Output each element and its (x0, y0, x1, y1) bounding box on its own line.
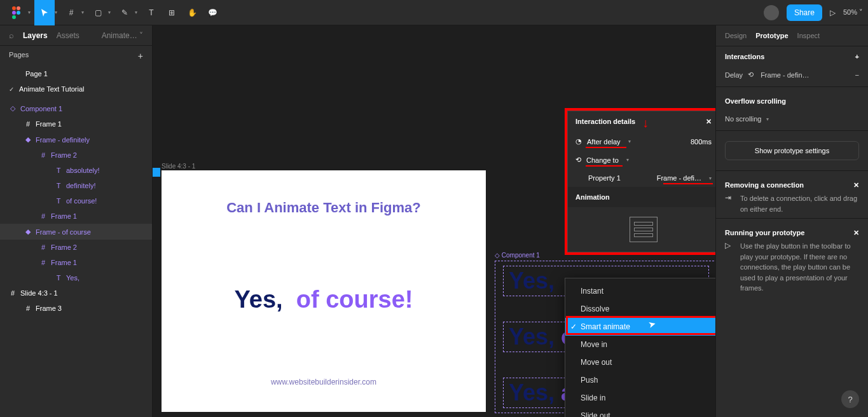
layer-item[interactable]: ◇Component 1 (0, 100, 152, 116)
animation-option[interactable]: Move out (565, 353, 715, 371)
layer-item[interactable]: #Frame 1 (0, 255, 152, 270)
animation-option[interactable]: Instant (565, 282, 715, 300)
shape-tool-icon[interactable]: ▢ (88, 0, 108, 25)
close-icon[interactable]: ✕ (706, 118, 712, 126)
help-button-icon[interactable]: ? (841, 390, 859, 408)
interaction-popup-highlight: Interaction details ✕ ◔ After delay▾ 800… (565, 108, 715, 255)
present-button-icon[interactable]: ▷ (830, 8, 836, 17)
slide-main-text: Yes, of course! (235, 286, 413, 313)
layer-name: definitely! (66, 182, 95, 189)
frame-label[interactable]: Slide 4:3 - 1 (162, 163, 195, 170)
frame-tool-chevron-icon[interactable]: ▾ (81, 10, 88, 15)
svg-rect-0 (12, 6, 16, 10)
zoom-dropdown[interactable]: 50% ˅ (843, 8, 863, 17)
clock-icon: ◔ (575, 137, 582, 146)
layer-type-icon: # (39, 259, 47, 266)
layer-name: Frame 3 (36, 304, 62, 312)
layer-type-icon: # (39, 212, 47, 220)
animation-option[interactable]: Slide in (565, 389, 715, 407)
layer-item[interactable]: Tof course! (0, 193, 152, 208)
animation-option[interactable]: Slide out (565, 407, 715, 417)
text-tool-icon[interactable]: T (141, 0, 162, 25)
layer-item[interactable]: ◆Frame - definitely (0, 132, 152, 147)
layer-item[interactable]: #Slide 4:3 - 1 (0, 285, 152, 301)
layer-item[interactable]: TYes, (0, 270, 152, 285)
share-button[interactable]: Share (787, 4, 822, 21)
swap-icon: ⟲ (575, 156, 581, 164)
layer-item[interactable]: Tdefinitely! (0, 178, 152, 193)
layer-item[interactable]: #Frame 1 (0, 116, 152, 132)
resources-tool-icon[interactable]: ⊞ (162, 0, 182, 25)
interaction-row[interactable]: Delay ⟲ Frame - defin… − (716, 67, 868, 83)
file-menu-dropdown[interactable]: Animate… ˅ (102, 31, 143, 40)
removing-connection-text: To delete a connection, click and drag o… (740, 193, 859, 214)
disconnect-icon: ⇥ (725, 193, 734, 214)
show-prototype-settings-button[interactable]: Show prototype settings (725, 141, 859, 160)
svg-rect-3 (17, 11, 20, 15)
layer-item[interactable]: #Frame 2 (0, 240, 152, 255)
selection-handle[interactable] (153, 168, 160, 177)
animation-option[interactable]: Push (565, 371, 715, 389)
move-tool-icon[interactable] (34, 0, 55, 25)
pen-tool-icon[interactable]: ✎ (114, 0, 135, 25)
layer-name: Frame 1 (36, 120, 62, 128)
svg-rect-1 (17, 6, 20, 10)
pen-tool-chevron-icon[interactable]: ▾ (135, 10, 141, 15)
animation-option[interactable]: Smart animate (565, 318, 715, 336)
layer-item[interactable]: #Frame 2 (0, 147, 152, 163)
animation-option[interactable]: Dissolve (565, 300, 715, 318)
running-prototype-title: Running your prototype (725, 229, 804, 237)
remove-interaction-icon[interactable]: − (855, 71, 859, 79)
animation-type-dropdown: InstantDissolveSmart animateMove inMove … (565, 278, 715, 417)
search-icon[interactable]: ⌕ (9, 31, 14, 40)
prototype-tab[interactable]: Prototype (755, 32, 788, 39)
trigger-dropdown[interactable]: ◔ After delay▾ 800ms (568, 132, 715, 151)
layer-name: Slide 4:3 - 1 (20, 289, 58, 297)
layers-tab[interactable]: Layers (23, 31, 48, 40)
assets-tab[interactable]: Assets (57, 31, 79, 40)
overflow-title: Overflow scrolling (725, 97, 786, 105)
comment-tool-icon[interactable]: 💬 (202, 0, 223, 25)
hand-tool-icon[interactable]: ✋ (182, 0, 202, 25)
animation-option[interactable]: Move in (565, 336, 715, 353)
slide-frame[interactable]: Can I Animate Text in Figma? Yes, of cou… (162, 170, 486, 412)
move-tool-chevron-icon[interactable]: ▾ (55, 10, 61, 15)
layer-name: Frame 2 (51, 243, 77, 251)
user-avatar[interactable] (764, 5, 779, 20)
svg-rect-4 (12, 15, 16, 19)
play-icon: ▷ (725, 241, 734, 294)
popup-title: Interaction details (575, 118, 635, 126)
close-info-icon[interactable]: ✕ (853, 229, 859, 237)
component-label[interactable]: ◇ Component 1 (495, 252, 540, 259)
close-info-icon[interactable]: ✕ (853, 181, 859, 189)
page-item[interactable]: Page 1 (0, 66, 152, 81)
left-panel: ⌕ Layers Assets Animate… ˅ Pages + Page … (0, 25, 153, 417)
figma-menu-icon[interactable] (5, 0, 28, 25)
layer-type-icon: # (24, 120, 32, 128)
page-item[interactable]: Animate Text Tutorial (0, 81, 152, 97)
layer-item[interactable]: #Frame 1 (0, 208, 152, 224)
property-dropdown[interactable]: Property 1 Frame - defi…▾ (568, 169, 715, 187)
add-interaction-icon[interactable]: + (855, 53, 859, 60)
removing-connection-title: Removing a connection (725, 181, 804, 189)
layer-type-icon: ◇ (9, 104, 17, 113)
shape-tool-chevron-icon[interactable]: ▾ (108, 10, 114, 15)
layer-item[interactable]: #Frame 3 (0, 301, 152, 316)
frame-tool-icon[interactable]: # (61, 0, 81, 25)
inspect-tab[interactable]: Inspect (797, 32, 820, 39)
layer-item[interactable]: Tabsolutely! (0, 163, 152, 178)
layer-name: Frame 2 (51, 151, 77, 159)
layer-type-icon: ◆ (24, 135, 32, 144)
add-page-button-icon[interactable]: + (138, 51, 143, 61)
figma-menu-chevron-icon[interactable]: ▾ (28, 10, 34, 15)
right-panel: Design Prototype Inspect Interactions + … (715, 25, 868, 417)
layer-name: Frame - of course (36, 228, 91, 236)
layer-name: Yes, (66, 274, 79, 282)
canvas[interactable]: Slide 4:3 - 1 Can I Animate Text in Figm… (153, 25, 715, 417)
annotation-arrow-icon: ↓ (642, 116, 649, 130)
action-dropdown[interactable]: ⟲ Change to▾ (568, 151, 715, 169)
swap-icon: ⟲ (748, 71, 755, 79)
overflow-dropdown[interactable]: No scrolling▾ (716, 111, 868, 126)
layer-item[interactable]: ◆Frame - of course (0, 224, 152, 240)
design-tab[interactable]: Design (725, 32, 747, 39)
